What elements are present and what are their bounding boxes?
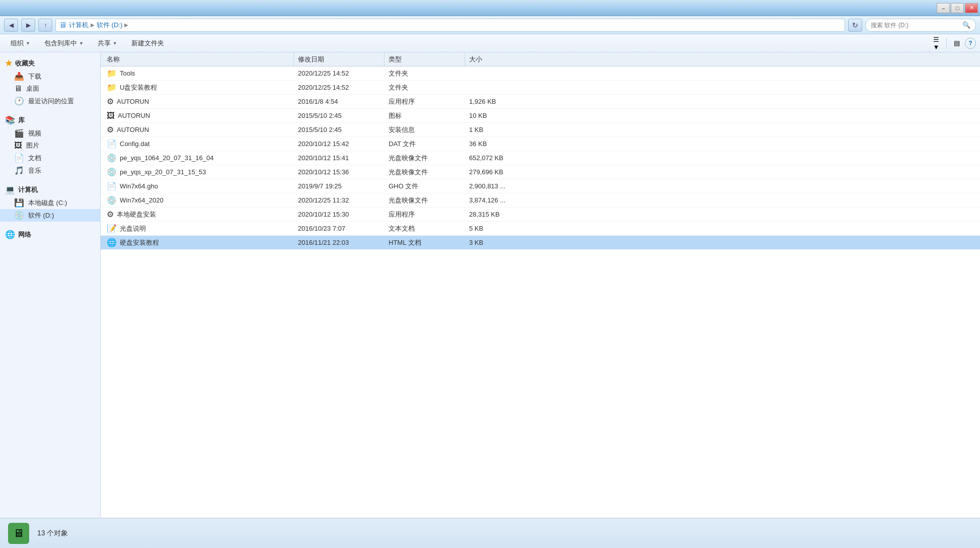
breadcrumb-sep-2: ▶ bbox=[124, 22, 128, 28]
table-row[interactable]: ⚙ 本地硬盘安装 2020/10/12 15:30 应用程序 28,315 KB bbox=[101, 208, 980, 222]
maximize-button[interactable]: □ bbox=[951, 3, 964, 13]
breadcrumb-computer[interactable]: 计算机 bbox=[69, 21, 89, 30]
file-type-icon: 💿 bbox=[107, 195, 117, 205]
help-button[interactable]: ? bbox=[965, 38, 976, 49]
col-type[interactable]: 类型 bbox=[385, 52, 465, 66]
include-arrow: ▼ bbox=[79, 41, 84, 46]
file-modified: 2020/10/12 15:30 bbox=[298, 211, 349, 218]
file-name-cell: 📄 Win7x64.gho bbox=[103, 181, 294, 191]
minimize-button[interactable]: – bbox=[937, 3, 950, 13]
sidebar-item-doc[interactable]: 📄 文档 bbox=[0, 152, 100, 164]
sidebar-item-disk-c[interactable]: 💾 本地磁盘 (C:) bbox=[0, 196, 100, 209]
refresh-button[interactable]: ↻ bbox=[848, 19, 862, 32]
file-name-cell: ⚙ AUTORUN bbox=[103, 125, 294, 134]
file-size: 5 KB bbox=[469, 225, 483, 232]
sidebar-section-computer: 💻 计算机 💾 本地磁盘 (C:) 💿 软件 (D:) bbox=[0, 183, 100, 222]
table-row[interactable]: 📁 U盘安装教程 2020/12/25 14:52 文件夹 bbox=[101, 81, 980, 95]
file-name-cell: 📁 U盘安装教程 bbox=[103, 83, 294, 92]
file-modified-cell: 2016/11/21 22:03 bbox=[294, 239, 385, 246]
sidebar-item-picture[interactable]: 🖼 图片 bbox=[0, 140, 100, 152]
file-name-cell: 🌐 硬盘安装教程 bbox=[103, 238, 294, 247]
file-size-cell: 3,874,126 ... bbox=[465, 196, 525, 204]
sidebar-header-network[interactable]: 🌐 网络 bbox=[0, 228, 100, 241]
table-row[interactable]: 📝 光盘说明 2016/10/23 7:07 文本文档 5 KB bbox=[101, 222, 980, 236]
picture-label: 图片 bbox=[26, 141, 39, 150]
table-row[interactable]: 🌐 硬盘安装教程 2016/11/21 22:03 HTML 文档 3 KB bbox=[101, 236, 980, 250]
sidebar-item-recent[interactable]: 🕐 最近访问的位置 bbox=[0, 95, 100, 107]
file-name-cell: 🖼 AUTORUN bbox=[103, 111, 294, 120]
file-type-icon: 💿 bbox=[107, 167, 117, 177]
file-type-icon: 📁 bbox=[107, 83, 117, 92]
file-size-cell: 10 KB bbox=[465, 112, 525, 119]
sidebar-item-video[interactable]: 🎬 视频 bbox=[0, 127, 100, 140]
search-bar[interactable]: 🔍 bbox=[865, 19, 976, 32]
file-size-cell: 36 KB bbox=[465, 140, 525, 148]
sidebar-header-favorites[interactable]: ★ 收藏夹 bbox=[0, 56, 100, 70]
sidebar-header-computer[interactable]: 💻 计算机 bbox=[0, 183, 100, 196]
table-row[interactable]: 🖼 AUTORUN 2015/5/10 2:45 图标 10 KB bbox=[101, 109, 980, 123]
file-name-cell: 📁 Tools bbox=[103, 68, 294, 78]
table-row[interactable]: 📄 Config.dat 2020/10/12 15:42 DAT 文件 36 … bbox=[101, 137, 980, 151]
file-name: 本地硬盘安装 bbox=[117, 210, 156, 219]
desktop-icon: 🖥 bbox=[14, 84, 22, 93]
search-input[interactable] bbox=[871, 22, 959, 29]
file-type-cell: 应用程序 bbox=[385, 210, 465, 219]
file-type-cell: 文件夹 bbox=[385, 83, 465, 92]
search-icon: 🔍 bbox=[962, 21, 970, 29]
table-row[interactable]: 💿 pe_yqs_xp_20_07_31_15_53 2020/10/12 15… bbox=[101, 165, 980, 179]
file-type-icon: ⚙ bbox=[107, 210, 114, 219]
file-type: 光盘映像文件 bbox=[389, 154, 428, 163]
file-type: 应用程序 bbox=[389, 97, 415, 106]
favorites-label: 收藏夹 bbox=[15, 59, 35, 68]
col-size[interactable]: 大小 bbox=[465, 52, 525, 66]
back-button[interactable]: ◀ bbox=[4, 19, 18, 32]
table-row[interactable]: 📄 Win7x64.gho 2019/9/7 19:25 GHO 文件 2,90… bbox=[101, 179, 980, 193]
file-name: AUTORUN bbox=[117, 126, 149, 133]
sidebar-item-disk-d[interactable]: 💿 软件 (D:) bbox=[0, 209, 100, 222]
file-modified: 2019/9/7 19:25 bbox=[298, 182, 342, 190]
disk-d-icon: 💿 bbox=[14, 211, 24, 220]
file-size-cell: 1 KB bbox=[465, 126, 525, 133]
file-type: GHO 文件 bbox=[389, 182, 418, 191]
music-icon: 🎵 bbox=[14, 166, 24, 175]
new-folder-button[interactable]: 新建文件夹 bbox=[125, 36, 171, 50]
file-type-cell: 图标 bbox=[385, 111, 465, 120]
table-row[interactable]: ⚙ AUTORUN 2016/1/8 4:54 应用程序 1,926 KB bbox=[101, 95, 980, 109]
file-size-cell: 5 KB bbox=[465, 225, 525, 232]
file-type-cell: GHO 文件 bbox=[385, 182, 465, 191]
file-type-icon: ⚙ bbox=[107, 97, 114, 106]
col-name[interactable]: 名称 bbox=[103, 52, 294, 66]
share-button[interactable]: 共享 ▼ bbox=[91, 36, 124, 50]
sidebar-header-library[interactable]: 📚 库 bbox=[0, 113, 100, 127]
up-button[interactable]: ↑ bbox=[38, 19, 52, 32]
preview-pane-button[interactable]: ▤ bbox=[950, 37, 964, 50]
file-modified-cell: 2020/10/12 15:41 bbox=[294, 154, 385, 162]
file-size: 279,696 KB bbox=[469, 168, 503, 176]
breadcrumb-disk-d[interactable]: 软件 (D:) bbox=[97, 21, 122, 30]
table-row[interactable]: ⚙ AUTORUN 2015/5/10 2:45 安装信息 1 KB bbox=[101, 123, 980, 137]
table-row[interactable]: 📁 Tools 2020/12/25 14:52 文件夹 bbox=[101, 66, 980, 81]
view-button[interactable]: ☰ ▼ bbox=[929, 37, 943, 50]
file-type: HTML 文档 bbox=[389, 238, 421, 247]
sidebar-item-music[interactable]: 🎵 音乐 bbox=[0, 164, 100, 177]
sidebar-item-download[interactable]: 📥 下载 bbox=[0, 70, 100, 83]
file-size-cell: 652,072 KB bbox=[465, 154, 525, 162]
file-modified-cell: 2020/10/12 15:30 bbox=[294, 211, 385, 218]
col-modified[interactable]: 修改日期 bbox=[294, 52, 385, 66]
address-bar: ◀ ▶ ↑ 🖥 计算机 ▶ 软件 (D:) ▶ ↻ 🔍 bbox=[0, 16, 980, 34]
organize-button[interactable]: 组织 ▼ bbox=[4, 36, 37, 50]
close-button[interactable]: ✕ bbox=[965, 3, 978, 13]
file-type-icon: 📝 bbox=[107, 224, 117, 233]
file-modified-cell: 2016/1/8 4:54 bbox=[294, 98, 385, 105]
share-arrow: ▼ bbox=[113, 41, 117, 46]
file-type-cell: 文本文档 bbox=[385, 224, 465, 233]
table-row[interactable]: 💿 pe_yqs_1064_20_07_31_16_04 2020/10/12 … bbox=[101, 151, 980, 165]
include-button[interactable]: 包含到库中 ▼ bbox=[38, 36, 90, 50]
video-icon: 🎬 bbox=[14, 128, 24, 138]
file-modified-cell: 2015/5/10 2:45 bbox=[294, 126, 385, 133]
table-row[interactable]: 💿 Win7x64_2020 2020/12/25 11:32 光盘映像文件 3… bbox=[101, 193, 980, 208]
file-size-cell: 2,900,813 ... bbox=[465, 182, 525, 190]
forward-button[interactable]: ▶ bbox=[21, 19, 35, 32]
sidebar-item-desktop[interactable]: 🖥 桌面 bbox=[0, 83, 100, 95]
network-icon: 🌐 bbox=[5, 230, 15, 239]
